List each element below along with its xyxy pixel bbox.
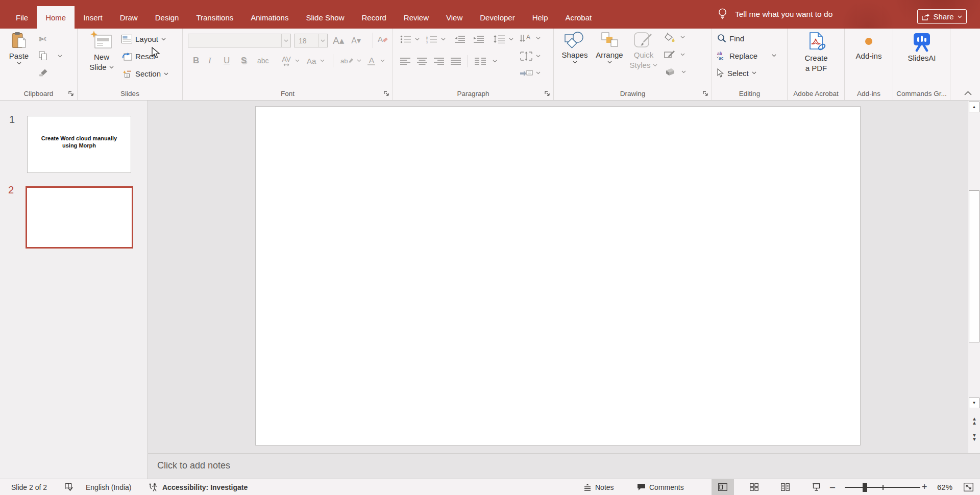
scroll-down-button[interactable]: ▼	[969, 398, 979, 408]
tab-acrobat[interactable]: Acrobat	[557, 6, 601, 29]
italic-button[interactable]: I	[208, 56, 224, 66]
find-button[interactable]: Find	[717, 34, 744, 43]
tab-review[interactable]: Review	[395, 6, 437, 29]
align-text-button[interactable]	[520, 51, 541, 61]
tell-me-box[interactable]: Tell me what you want to do	[718, 0, 832, 29]
tab-insert[interactable]: Insert	[75, 6, 111, 29]
tab-record[interactable]: Record	[353, 6, 395, 29]
highlight-color-button[interactable]: ab	[340, 57, 354, 65]
decrease-font-size-button[interactable]: A▾	[351, 36, 361, 45]
columns-button[interactable]	[475, 58, 486, 65]
slide-sorter-view-button[interactable]	[743, 479, 765, 495]
tab-draw[interactable]: Draw	[111, 6, 146, 29]
language-button[interactable]: English (India)	[86, 479, 132, 495]
new-slide-button[interactable]: New Slide	[85, 31, 118, 71]
tab-developer[interactable]: Developer	[471, 6, 523, 29]
line-spacing-button[interactable]	[493, 35, 505, 43]
vertical-scrollbar[interactable]: ▲ ▼ ▲▲ ▼▼	[968, 101, 980, 453]
convert-smartart-button[interactable]	[520, 68, 541, 78]
shapes-button[interactable]: Shapes	[559, 32, 591, 64]
quick-styles-button[interactable]: Quick Styles	[627, 32, 660, 69]
zoom-level-button[interactable]: 62%	[937, 479, 952, 495]
font-color-chevron-icon[interactable]	[380, 59, 385, 62]
format-painter-button[interactable]	[39, 68, 48, 77]
clear-formatting-button[interactable]: A	[378, 35, 388, 44]
spell-check-button[interactable]	[64, 479, 74, 495]
accessibility-checker-button[interactable]: Accessibility: Investigate	[149, 479, 248, 495]
shape-effects-button[interactable]	[664, 67, 686, 77]
slideshow-view-button[interactable]	[805, 479, 827, 495]
increase-indent-button[interactable]	[473, 35, 484, 43]
arrange-button[interactable]: Arrange	[594, 32, 625, 64]
decrease-indent-button[interactable]	[454, 35, 465, 43]
next-slide-button[interactable]: ▼▼	[969, 431, 979, 443]
line-spacing-chevron-icon[interactable]	[509, 38, 513, 41]
text-shadow-button[interactable]: S	[241, 56, 257, 66]
tab-design[interactable]: Design	[146, 6, 188, 29]
notes-toggle-button[interactable]: Notes	[583, 479, 614, 495]
numbering-button[interactable]: 123	[426, 35, 437, 43]
increase-font-size-button[interactable]: A▴	[333, 35, 344, 46]
shape-outline-button[interactable]	[664, 50, 685, 59]
select-button[interactable]: Select	[716, 68, 756, 78]
strikethrough-button[interactable]: abc	[257, 57, 278, 65]
bullets-button[interactable]	[400, 35, 411, 43]
numbering-chevron-icon[interactable]	[441, 38, 446, 41]
align-right-button[interactable]	[434, 58, 444, 65]
scroll-up-button[interactable]: ▲	[969, 102, 979, 112]
share-button[interactable]: Share	[917, 9, 967, 24]
font-color-button[interactable]: A	[368, 56, 375, 65]
tab-slide-show[interactable]: Slide Show	[297, 6, 353, 29]
change-case-button[interactable]: Aa	[307, 57, 320, 65]
slide-2-thumbnail[interactable]	[26, 186, 133, 249]
change-case-chevron-icon[interactable]	[320, 59, 325, 62]
notes-pane[interactable]: Click to add notes	[148, 453, 980, 479]
character-spacing-chevron-icon[interactable]	[295, 59, 300, 62]
cut-button[interactable]: ✄	[39, 34, 46, 45]
shape-fill-button[interactable]	[664, 33, 685, 42]
scrollbar-thumb[interactable]	[969, 190, 979, 342]
previous-slide-button[interactable]: ▲▲	[969, 415, 979, 427]
underline-button[interactable]: U	[224, 56, 241, 66]
copy-button[interactable]	[39, 51, 62, 61]
bullets-chevron-icon[interactable]	[415, 38, 420, 41]
section-button[interactable]: Section	[121, 69, 168, 78]
create-pdf-button[interactable]: Create a PDF	[798, 32, 835, 72]
align-left-button[interactable]	[400, 58, 410, 65]
paste-button[interactable]: Paste	[4, 32, 34, 65]
tab-view[interactable]: View	[437, 6, 471, 29]
normal-view-button[interactable]	[712, 479, 734, 495]
tab-animations[interactable]: Animations	[242, 6, 297, 29]
reset-button[interactable]: Reset	[121, 52, 155, 61]
align-center-button[interactable]	[417, 58, 427, 65]
font-size-combobox[interactable]: 18	[294, 34, 328, 47]
font-name-combobox[interactable]	[188, 34, 291, 47]
paragraph-dialog-launcher[interactable]	[544, 90, 551, 97]
zoom-slider-thumb[interactable]	[863, 483, 867, 492]
tab-transitions[interactable]: Transitions	[187, 6, 242, 29]
zoom-out-button[interactable]: –	[830, 479, 835, 495]
character-spacing-button[interactable]: AV	[278, 55, 295, 66]
fit-slide-to-window-button[interactable]	[964, 479, 973, 495]
comments-toggle-button[interactable]: Comments	[637, 479, 684, 495]
tab-home[interactable]: Home	[37, 6, 75, 29]
text-direction-button[interactable]: A	[520, 34, 541, 43]
bold-button[interactable]: B	[193, 56, 208, 66]
justify-button[interactable]	[451, 58, 461, 65]
tab-help[interactable]: Help	[524, 6, 557, 29]
font-dialog-launcher[interactable]	[383, 90, 390, 97]
collapse-ribbon-button[interactable]	[961, 88, 975, 98]
columns-chevron-icon[interactable]	[493, 60, 497, 63]
layout-button[interactable]: Layout	[121, 35, 166, 43]
highlight-chevron-icon[interactable]	[357, 59, 361, 62]
slidesai-button[interactable]: SlidesAI	[905, 32, 938, 62]
tab-file[interactable]: File	[7, 6, 37, 29]
drawing-dialog-launcher[interactable]	[702, 90, 709, 97]
reading-view-button[interactable]	[774, 479, 796, 495]
current-slide[interactable]	[255, 106, 861, 445]
clipboard-dialog-launcher[interactable]	[68, 90, 75, 97]
addins-button[interactable]: Add-ins	[853, 38, 885, 60]
zoom-in-button[interactable]: +	[922, 479, 927, 495]
slide-1-thumbnail[interactable]: Create Word cloud manually using Morph	[27, 116, 131, 173]
replace-button[interactable]: abac Replace	[716, 51, 776, 60]
